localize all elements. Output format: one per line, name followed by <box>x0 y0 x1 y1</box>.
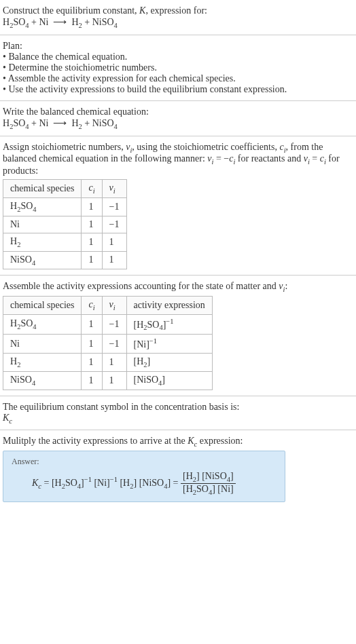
symbol-line: The equilibrium constant symbol in the c… <box>3 402 353 413</box>
cell-c: 1 <box>82 354 102 372</box>
activity-table: chemical species ci νi activity expressi… <box>3 296 213 390</box>
cell-c: 1 <box>82 371 102 390</box>
table-row: NiSO4 1 1 [NiSO4] <box>3 371 213 390</box>
intro-line: Construct the equilibrium constant, K, e… <box>3 5 353 16</box>
stoich-table: chemical species ci νi H2SO4 1 −1 Ni 1 −… <box>3 179 127 269</box>
balanced-equation: H2SO4 + Ni ⟶ H2 + NiSO4 <box>3 117 353 130</box>
cell-c: 1 <box>82 314 102 334</box>
table-header-row: chemical species ci νi <box>3 180 127 198</box>
cell-species: NiSO4 <box>3 371 82 390</box>
intro-text-1: Construct the equilibrium constant, <box>3 5 139 16</box>
cell-c: 1 <box>82 335 102 354</box>
table-row: Ni 1 −1 [Ni]−1 <box>3 335 213 354</box>
stoich-desc: Assign stoichiometric numbers, νi, using… <box>3 142 353 177</box>
cell-nu: −1 <box>102 216 126 233</box>
cell-c: 1 <box>82 216 102 233</box>
col-ci: ci <box>82 180 102 198</box>
cell-species: Ni <box>3 216 82 233</box>
cell-nu: −1 <box>102 197 126 216</box>
table-row: H2SO4 1 −1 <box>3 197 127 216</box>
plan-title: Plan: <box>3 41 353 52</box>
kc-symbol: Kc <box>3 413 353 425</box>
col-nui: νi <box>102 180 126 198</box>
intro-text-2: , expression for: <box>145 5 207 16</box>
table-row: H2SO4 1 −1 [H2SO4]−1 <box>3 314 213 334</box>
intro-section: Construct the equilibrium constant, K, e… <box>0 0 356 35</box>
activity-section: Assemble the activity expressions accoun… <box>0 276 356 396</box>
intro-equation: H2SO4 + Ni ⟶ H2 + NiSO4 <box>3 16 353 29</box>
col-species: chemical species <box>3 180 82 198</box>
table-header-row: chemical species ci νi activity expressi… <box>3 297 213 315</box>
plan-bullet-4: • Use the activity expressions to build … <box>3 84 353 95</box>
cell-c: 1 <box>82 233 102 251</box>
multiply-section: Mulitply the activity expressions to arr… <box>0 430 356 507</box>
activity-title: Assemble the activity expressions accoun… <box>3 281 353 293</box>
cell-species: H2SO4 <box>3 197 82 216</box>
plan-bullet-1: • Balance the chemical equation. <box>3 52 353 62</box>
col-ci: ci <box>82 297 102 315</box>
col-nui: νi <box>102 297 126 315</box>
col-species: chemical species <box>3 297 82 315</box>
k-symbol: K <box>139 5 145 16</box>
table-row: Ni 1 −1 <box>3 216 127 233</box>
cell-species: Ni <box>3 335 82 354</box>
cell-nu: 1 <box>102 354 126 372</box>
balanced-section: Write the balanced chemical equation: H2… <box>0 101 356 136</box>
answer-label: Answer: <box>12 457 277 467</box>
cell-species: H2 <box>3 354 82 372</box>
cell-species: H2 <box>3 233 82 251</box>
balanced-title: Write the balanced chemical equation: <box>3 107 353 117</box>
plan-bullet-3: • Assemble the activity expression for e… <box>3 73 353 84</box>
stoich-section: Assign stoichiometric numbers, νi, using… <box>0 136 356 276</box>
multiply-line: Mulitply the activity expressions to arr… <box>3 436 353 448</box>
answer-equation: Kc = [H2SO4]−1 [Ni]−1 [H2] [NiSO4] = [H2… <box>12 471 277 496</box>
cell-nu: 1 <box>102 371 126 390</box>
answer-box: Answer: Kc = [H2SO4]−1 [Ni]−1 [H2] [NiSO… <box>3 451 285 502</box>
symbol-section: The equilibrium constant symbol in the c… <box>0 396 356 431</box>
cell-expr: [H2] <box>126 354 212 372</box>
plan-bullet-2: • Determine the stoichiometric numbers. <box>3 62 353 73</box>
cell-expr: [NiSO4] <box>126 371 212 390</box>
cell-nu: 1 <box>102 251 126 269</box>
cell-species: NiSO4 <box>3 251 82 269</box>
cell-c: 1 <box>82 251 102 269</box>
cell-c: 1 <box>82 197 102 216</box>
fraction: [H2] [NiSO4] [H2SO4] [Ni] <box>181 471 236 496</box>
table-row: H2 1 1 <box>3 233 127 251</box>
fraction-denominator: [H2SO4] [Ni] <box>181 484 236 496</box>
cell-nu: −1 <box>102 335 126 354</box>
cell-nu: 1 <box>102 233 126 251</box>
cell-expr: [Ni]−1 <box>126 335 212 354</box>
fraction-numerator: [H2] [NiSO4] <box>181 471 236 484</box>
plan-section: Plan: • Balance the chemical equation. •… <box>0 35 356 101</box>
cell-nu: −1 <box>102 314 126 334</box>
col-expr: activity expression <box>126 297 212 315</box>
table-row: NiSO4 1 1 <box>3 251 127 269</box>
table-row: H2 1 1 [H2] <box>3 354 213 372</box>
cell-expr: [H2SO4]−1 <box>126 314 212 334</box>
cell-species: H2SO4 <box>3 314 82 334</box>
